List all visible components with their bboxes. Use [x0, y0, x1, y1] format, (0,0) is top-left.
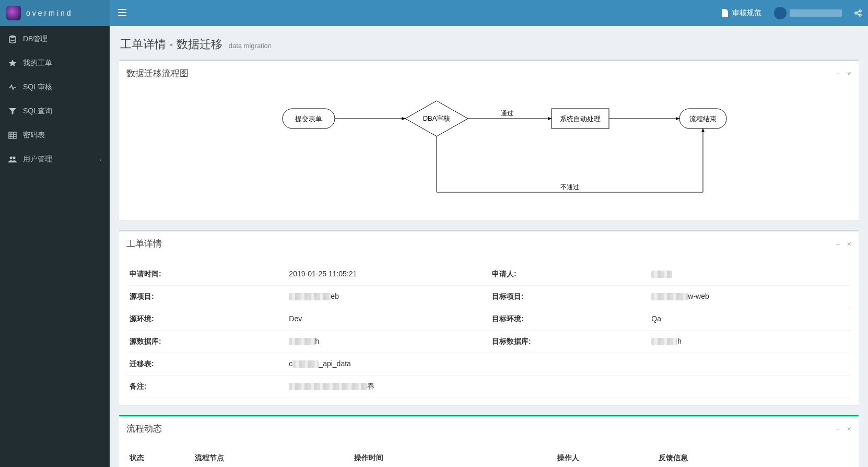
sidebar-item-users[interactable]: 用户管理 ‹	[0, 147, 110, 171]
dst-project-label: 目标项目:	[489, 286, 648, 308]
sidebar-item-label: SQL查询	[23, 107, 52, 116]
svg-text:通过: 通过	[501, 110, 513, 117]
collapse-button[interactable]: −	[836, 240, 840, 248]
collapse-button[interactable]: −	[836, 69, 840, 78]
svg-text:不通过: 不通过	[560, 183, 579, 191]
svg-text:DBA审核: DBA审核	[423, 114, 451, 122]
svg-text:系统自动处理: 系统自动处理	[560, 115, 601, 123]
grid-icon	[8, 131, 17, 139]
user-menu[interactable]	[768, 7, 848, 19]
brand-logo[interactable]: overmind	[0, 0, 110, 26]
svg-point-2	[859, 14, 861, 16]
page-title-text: 工单详情 - 数据迁移	[120, 38, 222, 51]
src-db-label: 源数据库:	[126, 331, 286, 353]
applicant-label: 申请人:	[489, 263, 648, 286]
sidebar-item-sqlaudit[interactable]: SQL审核	[0, 75, 110, 99]
sidebar-item-passwords[interactable]: 密码表	[0, 123, 110, 147]
remark-value: 春	[286, 376, 851, 398]
flowchart-box: 数据迁移流程图 − × 提交表单	[119, 60, 859, 220]
flowchart-title: 数据迁移流程图	[126, 67, 189, 79]
svg-text:提交表单: 提交表单	[295, 115, 322, 123]
database-icon	[8, 35, 17, 43]
page-subtitle: data migration	[229, 42, 272, 50]
src-project-value: eb	[286, 286, 489, 308]
audit-spec-label: 审核规范	[732, 8, 761, 18]
svg-point-1	[859, 10, 861, 12]
remark-label: 备注:	[126, 376, 286, 398]
avatar	[774, 7, 787, 19]
page-title: 工单详情 - 数据迁移 data migration	[120, 37, 859, 52]
topbar: overmind 审核规范	[0, 0, 868, 26]
share-button[interactable]	[848, 9, 868, 17]
apply-time-label: 申请时间:	[126, 263, 286, 286]
brand-icon	[6, 6, 21, 20]
svg-rect-4	[9, 132, 16, 138]
file-icon	[722, 9, 729, 17]
sidebar-item-sqlquery[interactable]: SQL查询	[0, 99, 110, 123]
main-content: 工单详情 - 数据迁移 data migration 数据迁移流程图 − ×	[110, 26, 868, 467]
sidebar-item-label: 密码表	[23, 131, 45, 140]
src-env-value: Dev	[286, 308, 489, 331]
details-box: 工单详情 − × 申请时间: 2019-01-25 11:05:21 申请人: …	[119, 230, 859, 405]
col-node: 流程节点	[192, 448, 351, 467]
timeline-title: 流程动态	[126, 423, 162, 435]
applicant-value	[648, 263, 851, 286]
dst-project-value: w-web	[648, 286, 851, 308]
col-operator: 操作人	[554, 448, 655, 467]
sidebar-toggle-button[interactable]	[110, 9, 135, 18]
timeline-box: 流程动态 − × 状态 流程节点 操作时间 操作人 反馈信息	[119, 415, 859, 467]
close-button[interactable]: ×	[847, 240, 851, 248]
col-time: 操作时间	[351, 448, 554, 467]
details-title: 工单详情	[126, 238, 162, 250]
dst-db-label: 目标数据库:	[489, 331, 648, 353]
close-button[interactable]: ×	[847, 69, 851, 78]
mig-table-label: 迁移表:	[126, 353, 286, 376]
flowchart-canvas: 提交表单 DBA审核 系统自动处理 流程结束 通过	[126, 93, 851, 213]
apply-time-value: 2019-01-25 11:05:21	[286, 263, 489, 286]
svg-point-3	[9, 36, 16, 38]
col-status: 状态	[126, 448, 192, 467]
src-project-label: 源项目:	[126, 286, 286, 308]
sidebar-item-db[interactable]: DB管理	[0, 27, 110, 51]
details-grid: 申请时间: 2019-01-25 11:05:21 申请人: 源项目: eb 目…	[126, 263, 851, 398]
heartbeat-icon	[8, 83, 17, 91]
star-icon	[8, 59, 17, 67]
dst-env-value: Qa	[648, 308, 851, 331]
col-feedback: 反馈信息	[655, 448, 851, 467]
src-db-value: h	[286, 331, 489, 353]
svg-point-6	[13, 157, 16, 159]
share-icon	[854, 9, 862, 17]
mig-table-value: c_api_data	[286, 353, 851, 376]
username-redacted	[790, 9, 842, 17]
src-env-label: 源环境:	[126, 308, 286, 331]
svg-point-0	[855, 12, 857, 14]
dst-db-value: h	[648, 331, 851, 353]
timeline-table: 状态 流程节点 操作时间 操作人 反馈信息 通过 DBA审核 2019-01-2…	[126, 448, 851, 467]
svg-text:流程结束: 流程结束	[689, 115, 717, 123]
chevron-left-icon: ‹	[100, 157, 101, 162]
collapse-button[interactable]: −	[836, 425, 840, 433]
sidebar-item-label: DB管理	[23, 34, 48, 44]
brand-text: overmind	[26, 9, 73, 17]
hamburger-icon	[118, 9, 126, 16]
close-button[interactable]: ×	[847, 425, 851, 433]
sidebar-item-myorders[interactable]: 我的工单	[0, 51, 110, 75]
users-icon	[8, 155, 17, 164]
sidebar: DB管理 我的工单 SQL审核 SQL查询 密码表 用户管理 ‹	[0, 26, 110, 467]
svg-point-5	[10, 157, 13, 159]
sidebar-item-label: 用户管理	[23, 155, 52, 164]
filter-icon	[8, 107, 17, 115]
audit-spec-link[interactable]: 审核规范	[715, 8, 768, 18]
sidebar-item-label: 我的工单	[23, 59, 52, 68]
sidebar-item-label: SQL审核	[23, 83, 52, 92]
flowchart-svg: 提交表单 DBA审核 系统自动处理 流程结束 通过	[126, 93, 851, 213]
dst-env-label: 目标环境:	[489, 308, 648, 331]
